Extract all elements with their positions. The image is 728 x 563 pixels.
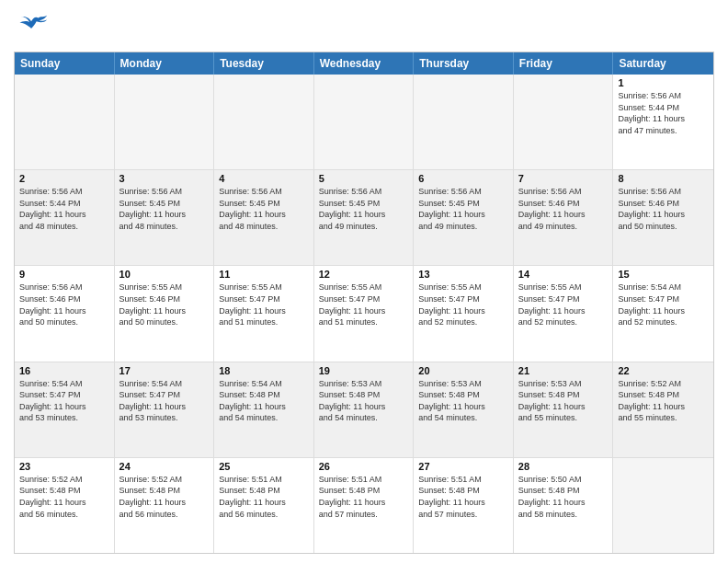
logo: [14, 9, 51, 44]
calendar-cell: 25Sunrise: 5:51 AM Sunset: 5:48 PM Dayli…: [214, 458, 314, 553]
cell-info: Sunrise: 5:53 AM Sunset: 5:48 PM Dayligh…: [319, 378, 409, 424]
cell-info: Sunrise: 5:51 AM Sunset: 5:48 PM Dayligh…: [418, 474, 508, 520]
calendar-cell: 3Sunrise: 5:56 AM Sunset: 5:45 PM Daylig…: [115, 170, 215, 265]
calendar-cell: 6Sunrise: 5:56 AM Sunset: 5:45 PM Daylig…: [414, 170, 514, 265]
cell-info: Sunrise: 5:56 AM Sunset: 5:44 PM Dayligh…: [19, 186, 109, 232]
day-number: 24: [119, 461, 210, 472]
day-number: 28: [518, 461, 609, 472]
cell-info: Sunrise: 5:55 AM Sunset: 5:47 PM Dayligh…: [418, 282, 508, 327]
cell-info: Sunrise: 5:52 AM Sunset: 5:48 PM Dayligh…: [19, 474, 109, 520]
day-number: 16: [19, 365, 109, 376]
cell-info: Sunrise: 5:53 AM Sunset: 5:48 PM Dayligh…: [418, 378, 508, 424]
calendar-cell: 11Sunrise: 5:55 AM Sunset: 5:47 PM Dayli…: [214, 266, 314, 361]
calendar-cell: 23Sunrise: 5:52 AM Sunset: 5:48 PM Dayli…: [15, 458, 115, 553]
day-number: 22: [618, 365, 709, 376]
cell-info: Sunrise: 5:51 AM Sunset: 5:48 PM Dayligh…: [219, 474, 309, 520]
day-number: 7: [518, 173, 609, 184]
cell-info: Sunrise: 5:55 AM Sunset: 5:46 PM Dayligh…: [119, 282, 210, 327]
day-number: 19: [319, 365, 409, 376]
calendar-cell: 26Sunrise: 5:51 AM Sunset: 5:48 PM Dayli…: [314, 458, 415, 553]
day-number: 25: [219, 461, 309, 472]
day-number: 15: [618, 269, 709, 280]
cell-info: Sunrise: 5:54 AM Sunset: 5:48 PM Dayligh…: [219, 378, 309, 424]
cell-info: Sunrise: 5:52 AM Sunset: 5:48 PM Dayligh…: [119, 474, 210, 520]
calendar-body: 1Sunrise: 5:56 AM Sunset: 5:44 PM Daylig…: [15, 75, 713, 553]
weekday-header-wednesday: Wednesday: [314, 52, 415, 75]
day-number: 13: [418, 269, 508, 280]
calendar-cell: [214, 75, 314, 169]
calendar-cell: 28Sunrise: 5:50 AM Sunset: 5:48 PM Dayli…: [514, 458, 614, 553]
calendar-cell: [514, 75, 614, 169]
cell-info: Sunrise: 5:54 AM Sunset: 5:47 PM Dayligh…: [618, 282, 709, 327]
logo-icon: [14, 9, 49, 44]
calendar-cell: 10Sunrise: 5:55 AM Sunset: 5:46 PM Dayli…: [115, 266, 215, 361]
calendar-cell: 16Sunrise: 5:54 AM Sunset: 5:47 PM Dayli…: [15, 362, 115, 457]
day-number: 6: [418, 173, 508, 184]
weekday-header-monday: Monday: [115, 52, 215, 75]
day-number: 21: [518, 365, 609, 376]
cell-info: Sunrise: 5:55 AM Sunset: 5:47 PM Dayligh…: [518, 282, 609, 327]
calendar-cell: [115, 75, 215, 169]
calendar-cell: 4Sunrise: 5:56 AM Sunset: 5:45 PM Daylig…: [214, 170, 314, 265]
day-number: 23: [19, 461, 109, 472]
calendar-row-4: 16Sunrise: 5:54 AM Sunset: 5:47 PM Dayli…: [15, 362, 713, 457]
calendar-cell: 9Sunrise: 5:56 AM Sunset: 5:46 PM Daylig…: [15, 266, 115, 361]
day-number: 5: [319, 173, 409, 184]
calendar-cell: 5Sunrise: 5:56 AM Sunset: 5:45 PM Daylig…: [314, 170, 415, 265]
day-number: 18: [219, 365, 309, 376]
day-number: 10: [119, 269, 210, 280]
day-number: 1: [618, 77, 709, 88]
cell-info: Sunrise: 5:56 AM Sunset: 5:46 PM Dayligh…: [618, 186, 709, 232]
cell-info: Sunrise: 5:52 AM Sunset: 5:48 PM Dayligh…: [618, 378, 709, 424]
calendar-cell: 21Sunrise: 5:53 AM Sunset: 5:48 PM Dayli…: [514, 362, 614, 457]
day-number: 11: [219, 269, 309, 280]
day-number: 12: [319, 269, 409, 280]
calendar-cell: 27Sunrise: 5:51 AM Sunset: 5:48 PM Dayli…: [414, 458, 514, 553]
calendar-cell: 15Sunrise: 5:54 AM Sunset: 5:47 PM Dayli…: [613, 266, 713, 361]
calendar-cell: [15, 75, 115, 169]
calendar-cell: 1Sunrise: 5:56 AM Sunset: 5:44 PM Daylig…: [613, 75, 713, 169]
cell-info: Sunrise: 5:56 AM Sunset: 5:45 PM Dayligh…: [319, 186, 409, 232]
cell-info: Sunrise: 5:53 AM Sunset: 5:48 PM Dayligh…: [518, 378, 609, 424]
cell-info: Sunrise: 5:56 AM Sunset: 5:46 PM Dayligh…: [19, 282, 109, 327]
calendar-cell: 18Sunrise: 5:54 AM Sunset: 5:48 PM Dayli…: [214, 362, 314, 457]
cell-info: Sunrise: 5:50 AM Sunset: 5:48 PM Dayligh…: [518, 474, 609, 520]
weekday-header-saturday: Saturday: [613, 52, 713, 75]
cell-info: Sunrise: 5:56 AM Sunset: 5:45 PM Dayligh…: [119, 186, 210, 232]
calendar-row-1: 1Sunrise: 5:56 AM Sunset: 5:44 PM Daylig…: [15, 75, 713, 169]
cell-info: Sunrise: 5:54 AM Sunset: 5:47 PM Dayligh…: [19, 378, 109, 424]
day-number: 26: [319, 461, 409, 472]
calendar-row-3: 9Sunrise: 5:56 AM Sunset: 5:46 PM Daylig…: [15, 265, 713, 361]
calendar-cell: [613, 458, 713, 553]
weekday-header-tuesday: Tuesday: [214, 52, 314, 75]
weekday-header-friday: Friday: [514, 52, 614, 75]
calendar-header: SundayMondayTuesdayWednesdayThursdayFrid…: [15, 52, 713, 75]
calendar-cell: 19Sunrise: 5:53 AM Sunset: 5:48 PM Dayli…: [314, 362, 415, 457]
cell-info: Sunrise: 5:56 AM Sunset: 5:45 PM Dayligh…: [219, 186, 309, 232]
cell-info: Sunrise: 5:56 AM Sunset: 5:45 PM Dayligh…: [418, 186, 508, 232]
calendar-cell: 8Sunrise: 5:56 AM Sunset: 5:46 PM Daylig…: [613, 170, 713, 265]
calendar: SundayMondayTuesdayWednesdayThursdayFrid…: [14, 52, 714, 554]
weekday-header-sunday: Sunday: [15, 52, 115, 75]
calendar-cell: 7Sunrise: 5:56 AM Sunset: 5:46 PM Daylig…: [514, 170, 614, 265]
calendar-cell: 20Sunrise: 5:53 AM Sunset: 5:48 PM Dayli…: [414, 362, 514, 457]
cell-info: Sunrise: 5:55 AM Sunset: 5:47 PM Dayligh…: [219, 282, 309, 327]
calendar-cell: 14Sunrise: 5:55 AM Sunset: 5:47 PM Dayli…: [514, 266, 614, 361]
day-number: 20: [418, 365, 508, 376]
day-number: 9: [19, 269, 109, 280]
calendar-cell: [314, 75, 415, 169]
day-number: 3: [119, 173, 210, 184]
cell-info: Sunrise: 5:51 AM Sunset: 5:48 PM Dayligh…: [319, 474, 409, 520]
cell-info: Sunrise: 5:56 AM Sunset: 5:46 PM Dayligh…: [518, 186, 609, 232]
calendar-cell: [414, 75, 514, 169]
calendar-cell: 22Sunrise: 5:52 AM Sunset: 5:48 PM Dayli…: [613, 362, 713, 457]
calendar-cell: 12Sunrise: 5:55 AM Sunset: 5:47 PM Dayli…: [314, 266, 415, 361]
calendar-cell: 24Sunrise: 5:52 AM Sunset: 5:48 PM Dayli…: [115, 458, 215, 553]
day-number: 17: [119, 365, 210, 376]
calendar-cell: 13Sunrise: 5:55 AM Sunset: 5:47 PM Dayli…: [414, 266, 514, 361]
day-number: 8: [618, 173, 709, 184]
cell-info: Sunrise: 5:54 AM Sunset: 5:47 PM Dayligh…: [119, 378, 210, 424]
weekday-header-thursday: Thursday: [414, 52, 514, 75]
calendar-cell: 17Sunrise: 5:54 AM Sunset: 5:47 PM Dayli…: [115, 362, 215, 457]
cell-info: Sunrise: 5:55 AM Sunset: 5:47 PM Dayligh…: [319, 282, 409, 327]
